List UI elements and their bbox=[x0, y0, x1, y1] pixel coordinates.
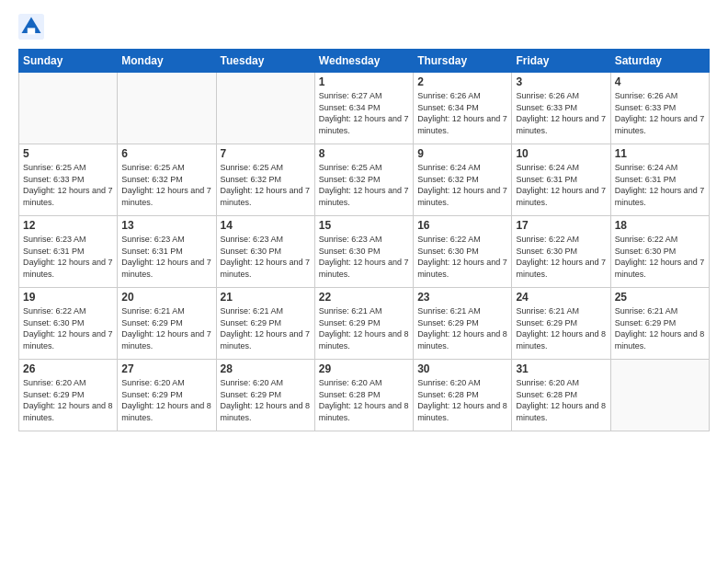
day-number: 15 bbox=[319, 219, 409, 232]
week-row-1: 1Sunrise: 6:27 AMSunset: 6:34 PMDaylight… bbox=[19, 73, 710, 144]
header-wednesday: Wednesday bbox=[314, 50, 413, 73]
calendar-table: Sunday Monday Tuesday Wednesday Thursday… bbox=[18, 49, 710, 431]
logo-icon bbox=[18, 14, 44, 40]
day-info: Sunrise: 6:25 AMSunset: 6:32 PMDaylight:… bbox=[319, 162, 409, 208]
day-cell: 14Sunrise: 6:23 AMSunset: 6:30 PMDayligh… bbox=[216, 216, 314, 288]
day-info: Sunrise: 6:21 AMSunset: 6:29 PMDaylight:… bbox=[417, 305, 507, 351]
header-saturday: Saturday bbox=[610, 50, 709, 73]
day-number: 20 bbox=[121, 291, 211, 304]
day-cell: 3Sunrise: 6:26 AMSunset: 6:33 PMDaylight… bbox=[512, 73, 610, 144]
day-cell: 13Sunrise: 6:23 AMSunset: 6:31 PMDayligh… bbox=[118, 216, 216, 288]
day-cell: 21Sunrise: 6:21 AMSunset: 6:29 PMDayligh… bbox=[216, 288, 314, 360]
day-cell: 19Sunrise: 6:22 AMSunset: 6:30 PMDayligh… bbox=[19, 288, 118, 360]
day-info: Sunrise: 6:20 AMSunset: 6:28 PMDaylight:… bbox=[516, 377, 606, 423]
day-info: Sunrise: 6:22 AMSunset: 6:30 PMDaylight:… bbox=[516, 234, 606, 280]
day-number: 14 bbox=[221, 219, 311, 232]
day-info: Sunrise: 6:23 AMSunset: 6:31 PMDaylight:… bbox=[121, 234, 211, 280]
day-number: 31 bbox=[516, 362, 606, 375]
day-number: 19 bbox=[23, 291, 113, 304]
weekday-header-row: Sunday Monday Tuesday Wednesday Thursday… bbox=[19, 50, 710, 73]
day-info: Sunrise: 6:20 AMSunset: 6:29 PMDaylight:… bbox=[23, 377, 113, 423]
day-info: Sunrise: 6:22 AMSunset: 6:30 PMDaylight:… bbox=[615, 234, 705, 280]
day-cell bbox=[216, 73, 314, 144]
day-number: 11 bbox=[615, 147, 705, 160]
day-cell bbox=[118, 73, 216, 144]
week-row-3: 12Sunrise: 6:23 AMSunset: 6:31 PMDayligh… bbox=[19, 216, 710, 288]
day-number: 27 bbox=[121, 362, 211, 375]
logo bbox=[18, 14, 46, 40]
day-info: Sunrise: 6:21 AMSunset: 6:29 PMDaylight:… bbox=[221, 305, 311, 351]
header-friday: Friday bbox=[512, 50, 610, 73]
day-cell: 29Sunrise: 6:20 AMSunset: 6:28 PMDayligh… bbox=[314, 360, 413, 431]
day-info: Sunrise: 6:22 AMSunset: 6:30 PMDaylight:… bbox=[417, 234, 507, 280]
day-cell: 8Sunrise: 6:25 AMSunset: 6:32 PMDaylight… bbox=[314, 144, 413, 216]
day-cell: 2Sunrise: 6:26 AMSunset: 6:34 PMDaylight… bbox=[414, 73, 512, 144]
day-info: Sunrise: 6:22 AMSunset: 6:30 PMDaylight:… bbox=[23, 305, 113, 351]
day-cell bbox=[610, 360, 709, 431]
day-cell: 24Sunrise: 6:21 AMSunset: 6:29 PMDayligh… bbox=[512, 288, 610, 360]
day-cell: 11Sunrise: 6:24 AMSunset: 6:31 PMDayligh… bbox=[610, 144, 709, 216]
day-cell: 5Sunrise: 6:25 AMSunset: 6:33 PMDaylight… bbox=[19, 144, 118, 216]
day-info: Sunrise: 6:23 AMSunset: 6:31 PMDaylight:… bbox=[23, 234, 113, 280]
day-number: 8 bbox=[319, 147, 409, 160]
day-info: Sunrise: 6:21 AMSunset: 6:29 PMDaylight:… bbox=[319, 305, 409, 351]
header bbox=[18, 14, 710, 40]
day-cell: 26Sunrise: 6:20 AMSunset: 6:29 PMDayligh… bbox=[19, 360, 118, 431]
day-cell: 17Sunrise: 6:22 AMSunset: 6:30 PMDayligh… bbox=[512, 216, 610, 288]
day-info: Sunrise: 6:25 AMSunset: 6:33 PMDaylight:… bbox=[23, 162, 113, 208]
day-number: 29 bbox=[319, 362, 409, 375]
day-info: Sunrise: 6:26 AMSunset: 6:33 PMDaylight:… bbox=[615, 90, 705, 136]
day-cell: 10Sunrise: 6:24 AMSunset: 6:31 PMDayligh… bbox=[512, 144, 610, 216]
day-cell: 15Sunrise: 6:23 AMSunset: 6:30 PMDayligh… bbox=[314, 216, 413, 288]
day-cell: 9Sunrise: 6:24 AMSunset: 6:32 PMDaylight… bbox=[414, 144, 512, 216]
svg-rect-2 bbox=[28, 28, 35, 34]
header-thursday: Thursday bbox=[414, 50, 512, 73]
day-info: Sunrise: 6:20 AMSunset: 6:28 PMDaylight:… bbox=[417, 377, 507, 423]
day-number: 21 bbox=[221, 291, 311, 304]
week-row-5: 26Sunrise: 6:20 AMSunset: 6:29 PMDayligh… bbox=[19, 360, 710, 431]
day-cell: 16Sunrise: 6:22 AMSunset: 6:30 PMDayligh… bbox=[414, 216, 512, 288]
day-info: Sunrise: 6:27 AMSunset: 6:34 PMDaylight:… bbox=[319, 90, 409, 136]
day-cell: 27Sunrise: 6:20 AMSunset: 6:29 PMDayligh… bbox=[118, 360, 216, 431]
day-number: 17 bbox=[516, 219, 606, 232]
day-info: Sunrise: 6:21 AMSunset: 6:29 PMDaylight:… bbox=[615, 305, 705, 351]
day-number: 1 bbox=[319, 75, 409, 88]
week-row-4: 19Sunrise: 6:22 AMSunset: 6:30 PMDayligh… bbox=[19, 288, 710, 360]
day-number: 22 bbox=[319, 291, 409, 304]
day-number: 25 bbox=[615, 291, 705, 304]
day-number: 12 bbox=[23, 219, 113, 232]
day-number: 23 bbox=[417, 291, 507, 304]
header-sunday: Sunday bbox=[19, 50, 118, 73]
day-number: 30 bbox=[417, 362, 507, 375]
day-info: Sunrise: 6:24 AMSunset: 6:32 PMDaylight:… bbox=[417, 162, 507, 208]
day-info: Sunrise: 6:24 AMSunset: 6:31 PMDaylight:… bbox=[615, 162, 705, 208]
day-info: Sunrise: 6:25 AMSunset: 6:32 PMDaylight:… bbox=[121, 162, 211, 208]
day-number: 24 bbox=[516, 291, 606, 304]
day-number: 3 bbox=[516, 75, 606, 88]
day-info: Sunrise: 6:21 AMSunset: 6:29 PMDaylight:… bbox=[516, 305, 606, 351]
day-number: 28 bbox=[221, 362, 311, 375]
day-cell: 25Sunrise: 6:21 AMSunset: 6:29 PMDayligh… bbox=[610, 288, 709, 360]
day-number: 9 bbox=[417, 147, 507, 160]
day-number: 13 bbox=[121, 219, 211, 232]
page: Sunday Monday Tuesday Wednesday Thursday… bbox=[0, 0, 728, 563]
day-info: Sunrise: 6:26 AMSunset: 6:34 PMDaylight:… bbox=[417, 90, 507, 136]
day-info: Sunrise: 6:20 AMSunset: 6:29 PMDaylight:… bbox=[121, 377, 211, 423]
day-number: 26 bbox=[23, 362, 113, 375]
day-cell bbox=[19, 73, 118, 144]
day-number: 5 bbox=[23, 147, 113, 160]
day-cell: 28Sunrise: 6:20 AMSunset: 6:29 PMDayligh… bbox=[216, 360, 314, 431]
day-number: 2 bbox=[417, 75, 507, 88]
day-cell: 23Sunrise: 6:21 AMSunset: 6:29 PMDayligh… bbox=[414, 288, 512, 360]
day-number: 16 bbox=[417, 219, 507, 232]
day-info: Sunrise: 6:20 AMSunset: 6:28 PMDaylight:… bbox=[319, 377, 409, 423]
day-info: Sunrise: 6:26 AMSunset: 6:33 PMDaylight:… bbox=[516, 90, 606, 136]
day-cell: 7Sunrise: 6:25 AMSunset: 6:32 PMDaylight… bbox=[216, 144, 314, 216]
day-cell: 31Sunrise: 6:20 AMSunset: 6:28 PMDayligh… bbox=[512, 360, 610, 431]
day-cell: 4Sunrise: 6:26 AMSunset: 6:33 PMDaylight… bbox=[610, 73, 709, 144]
day-cell: 18Sunrise: 6:22 AMSunset: 6:30 PMDayligh… bbox=[610, 216, 709, 288]
day-cell: 6Sunrise: 6:25 AMSunset: 6:32 PMDaylight… bbox=[118, 144, 216, 216]
day-number: 10 bbox=[516, 147, 606, 160]
day-info: Sunrise: 6:25 AMSunset: 6:32 PMDaylight:… bbox=[221, 162, 311, 208]
day-cell: 1Sunrise: 6:27 AMSunset: 6:34 PMDaylight… bbox=[314, 73, 413, 144]
